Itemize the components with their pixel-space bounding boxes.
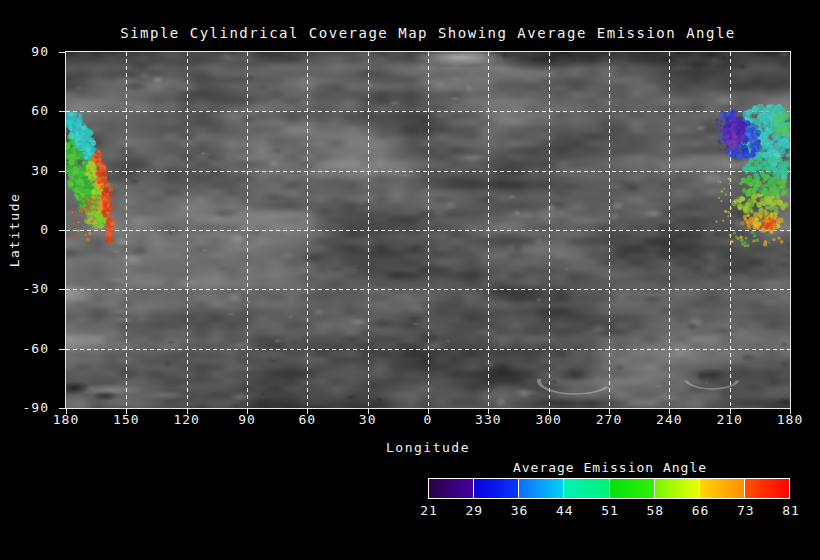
colorbar-tick-label: 29 — [465, 503, 483, 518]
colorbar-tick-label: 44 — [556, 503, 574, 518]
x-tick-label: 300 — [535, 412, 561, 427]
y-tick-label: -60 — [0, 341, 49, 356]
x-tick-mark — [428, 408, 429, 414]
x-axis-tick-labels: 1801501209060300330300270240210180 — [66, 412, 790, 428]
x-tick-mark — [669, 408, 670, 414]
x-axis-title: Longitude — [66, 440, 790, 455]
y-tick-mark — [59, 111, 65, 112]
colorbar-tick-labels: 212936445158667381 — [429, 503, 791, 519]
y-tick-mark — [59, 408, 65, 409]
colorbar-tick-label: 81 — [782, 503, 800, 518]
colorbar-tick-label: 66 — [692, 503, 710, 518]
y-axis-title: Latitude — [7, 193, 22, 268]
x-tick-label: 0 — [424, 412, 433, 427]
x-tick-label: 90 — [238, 412, 256, 427]
colorbar-title: Average Emission Angle — [429, 460, 791, 475]
x-tick-mark — [790, 408, 791, 414]
x-tick-label: 150 — [113, 412, 139, 427]
x-tick-label: 330 — [475, 412, 501, 427]
colorbar-segment — [700, 479, 744, 498]
y-tick-mark — [59, 171, 65, 172]
x-tick-label: 60 — [299, 412, 317, 427]
x-tick-mark — [187, 408, 188, 414]
colorbar-segment — [655, 479, 699, 498]
colorbar-tick-label: 36 — [511, 503, 529, 518]
x-tick-mark — [247, 408, 248, 414]
y-axis-tick-marks — [59, 52, 65, 408]
x-tick-label: 240 — [656, 412, 682, 427]
x-tick-mark — [126, 408, 127, 414]
plot-page: Simple Cylindrical Coverage Map Showing … — [0, 0, 820, 560]
x-tick-mark — [730, 408, 731, 414]
colorbar-tick-label: 21 — [420, 503, 438, 518]
x-tick-mark — [66, 408, 67, 414]
y-tick-label: 30 — [0, 163, 49, 178]
x-tick-mark — [609, 408, 610, 414]
y-tick-mark — [59, 52, 65, 53]
colorbar-tick-label: 51 — [601, 503, 619, 518]
colorbar-tick-label: 58 — [646, 503, 664, 518]
x-tick-label: 270 — [596, 412, 622, 427]
colorbar-segment — [564, 479, 608, 498]
plot-title: Simple Cylindrical Coverage Map Showing … — [66, 25, 790, 41]
coverage-map-image — [66, 52, 790, 408]
colorbar-segment — [745, 479, 789, 498]
x-tick-label: 180 — [777, 412, 803, 427]
x-tick-label: 30 — [359, 412, 377, 427]
colorbar-tick-label: 73 — [737, 503, 755, 518]
x-tick-label: 210 — [716, 412, 742, 427]
x-tick-mark — [307, 408, 308, 414]
map-frame — [65, 51, 791, 409]
colorbar-segment — [429, 479, 473, 498]
y-tick-label: -90 — [0, 400, 49, 415]
colorbar-segment — [610, 479, 654, 498]
x-tick-label: 120 — [173, 412, 199, 427]
y-tick-mark — [59, 230, 65, 231]
x-tick-mark — [549, 408, 550, 414]
y-tick-label: -30 — [0, 281, 49, 296]
y-tick-mark — [59, 349, 65, 350]
x-tick-label: 180 — [53, 412, 79, 427]
colorbar-segment — [474, 479, 518, 498]
x-tick-mark — [488, 408, 489, 414]
y-tick-label: 90 — [0, 44, 49, 59]
x-axis-tick-marks — [66, 408, 790, 414]
colorbar — [428, 478, 790, 499]
colorbar-segment — [519, 479, 563, 498]
x-tick-mark — [368, 408, 369, 414]
y-tick-label: 60 — [0, 103, 49, 118]
y-tick-mark — [59, 289, 65, 290]
